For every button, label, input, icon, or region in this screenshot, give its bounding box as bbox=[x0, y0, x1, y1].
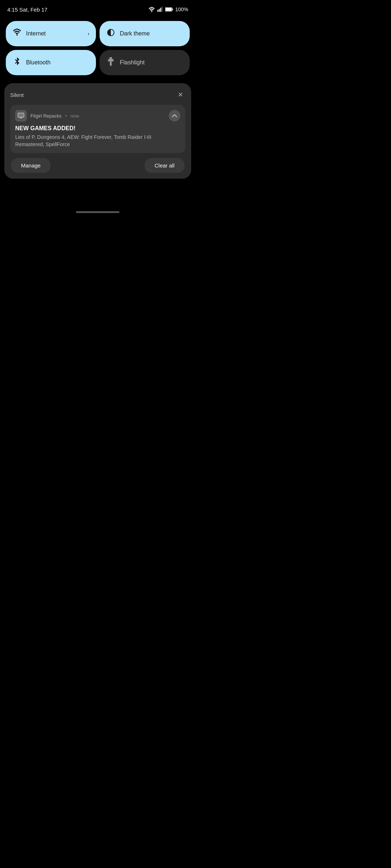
notif-title: NEW GAMES ADDED! bbox=[15, 125, 180, 132]
svg-rect-7 bbox=[165, 8, 172, 11]
svg-rect-3 bbox=[160, 8, 161, 12]
tile-flashlight[interactable]: Flashlight bbox=[100, 50, 190, 75]
bluetooth-icon bbox=[12, 57, 22, 68]
notification-panel: Silent ✕ Fitgirl Repacks • now bbox=[4, 83, 191, 179]
internet-arrow-icon: › bbox=[88, 31, 89, 37]
notif-app-name: Fitgirl Repacks bbox=[30, 113, 62, 119]
svg-line-14 bbox=[108, 59, 109, 60]
panel-close-button[interactable]: ✕ bbox=[175, 90, 185, 100]
notification-card[interactable]: Fitgirl Repacks • now NEW GAMES ADDED! L… bbox=[10, 105, 185, 153]
darktheme-icon bbox=[106, 28, 115, 39]
panel-header: Silent ✕ bbox=[10, 90, 185, 100]
notif-app-icon bbox=[15, 110, 27, 122]
battery-status-icon bbox=[165, 7, 173, 12]
tile-bluetooth-label: Bluetooth bbox=[26, 59, 51, 66]
status-time: 4:15 Sat, Feb 17 bbox=[7, 7, 47, 13]
wifi-status-icon bbox=[148, 7, 155, 12]
svg-rect-9 bbox=[110, 57, 112, 59]
svg-rect-11 bbox=[110, 61, 112, 66]
tile-internet[interactable]: Internet › bbox=[6, 21, 96, 46]
home-indicator[interactable] bbox=[76, 211, 119, 213]
svg-rect-17 bbox=[18, 114, 23, 116]
svg-rect-2 bbox=[159, 9, 160, 12]
notif-body: Lies of P, Dungeons 4, AEW: Fight Foreve… bbox=[15, 134, 180, 148]
signal-status-icon bbox=[157, 7, 163, 12]
svg-rect-1 bbox=[157, 10, 159, 12]
battery-percent: 100% bbox=[175, 7, 188, 12]
clear-all-button[interactable]: Clear all bbox=[144, 158, 185, 173]
tile-bluetooth[interactable]: Bluetooth bbox=[6, 50, 96, 75]
svg-point-0 bbox=[151, 12, 152, 12]
status-icons: 100% bbox=[148, 7, 188, 12]
notif-app-info: Fitgirl Repacks • now bbox=[15, 110, 79, 122]
panel-section-label: Silent bbox=[10, 92, 24, 98]
svg-rect-4 bbox=[162, 7, 163, 12]
notif-dot-separator: • bbox=[65, 113, 67, 119]
flashlight-icon bbox=[106, 57, 115, 68]
tile-flashlight-label: Flashlight bbox=[120, 59, 144, 66]
quick-tiles-grid: Internet › Dark theme Bluetooth bbox=[0, 17, 196, 81]
notif-expand-button[interactable] bbox=[169, 110, 180, 122]
notif-header: Fitgirl Repacks • now bbox=[15, 110, 180, 122]
tile-internet-label: Internet bbox=[26, 30, 46, 37]
svg-rect-6 bbox=[172, 8, 173, 10]
svg-point-8 bbox=[16, 34, 18, 36]
tile-dark-theme[interactable]: Dark theme bbox=[100, 21, 190, 46]
manage-button[interactable]: Manage bbox=[11, 158, 51, 173]
svg-line-15 bbox=[113, 59, 114, 60]
status-bar: 4:15 Sat, Feb 17 100% bbox=[0, 0, 196, 17]
tile-dark-theme-label: Dark theme bbox=[120, 30, 150, 37]
notif-time: now bbox=[71, 113, 79, 119]
panel-actions: Manage Clear all bbox=[10, 158, 185, 173]
svg-marker-10 bbox=[108, 59, 113, 61]
wifi-icon bbox=[12, 29, 22, 39]
